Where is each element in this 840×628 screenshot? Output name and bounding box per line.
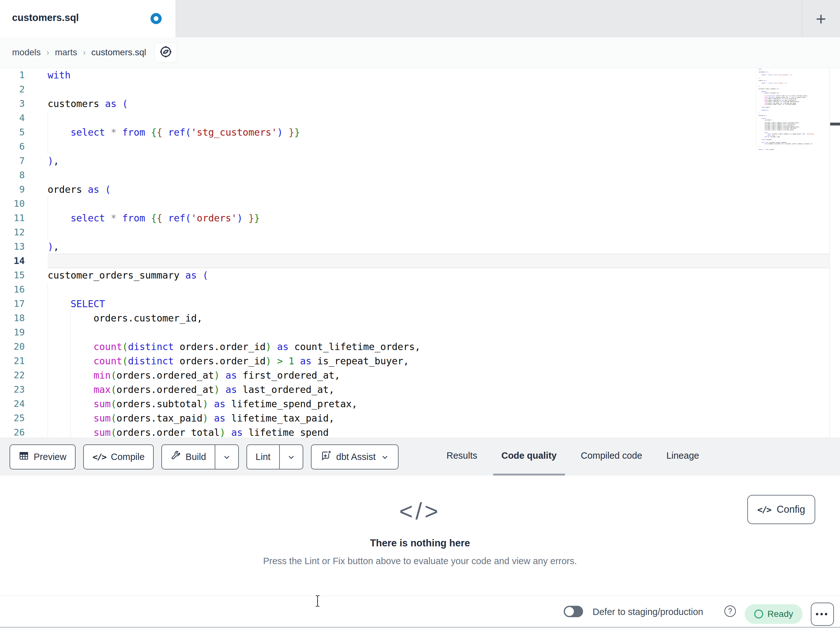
preview-button[interactable]: Preview bbox=[9, 445, 76, 470]
code-line[interactable]: 14 bbox=[0, 254, 829, 268]
code-line[interactable]: 2 bbox=[0, 82, 829, 96]
ready-status-badge[interactable]: Ready bbox=[745, 604, 802, 624]
more-options-button[interactable]: ••• bbox=[811, 603, 834, 626]
code-line[interactable]: 15customer_orders_summary as ( bbox=[0, 268, 829, 282]
tab-title: customers.sql bbox=[12, 12, 79, 24]
breadcrumb-separator-icon: › bbox=[83, 47, 86, 57]
code-line[interactable]: 3customers as ( bbox=[0, 96, 829, 111]
panel-tab-results[interactable]: Results bbox=[438, 438, 486, 476]
line-number: 23 bbox=[0, 383, 33, 397]
panel-tab-code-quality[interactable]: Code quality bbox=[493, 438, 565, 476]
line-number: 9 bbox=[0, 182, 33, 197]
tab-customers-sql[interactable]: customers.sql bbox=[0, 0, 176, 37]
line-number: 11 bbox=[0, 211, 33, 225]
breadcrumb-file: customers.sql bbox=[92, 47, 147, 57]
results-panel: </> There is nothing here Press the Lint… bbox=[0, 476, 840, 596]
ellipsis-icon: ••• bbox=[816, 609, 829, 619]
breadcrumb-separator-icon: › bbox=[46, 47, 49, 57]
defer-toggle[interactable] bbox=[564, 606, 583, 617]
code-line[interactable]: 12 bbox=[0, 225, 829, 239]
chevron-down-icon bbox=[287, 452, 296, 462]
config-button[interactable]: </> Config bbox=[747, 495, 815, 524]
code-line[interactable]: 4 bbox=[0, 111, 829, 125]
code-line[interactable]: 24 sum(orders.subtotal) as lifetime_spen… bbox=[0, 397, 829, 411]
code-line[interactable]: 9orders as ( bbox=[0, 182, 829, 197]
code-editor[interactable]: 1with23customers as (45 select * from {{… bbox=[0, 68, 829, 438]
lint-label: Lint bbox=[256, 452, 271, 462]
chevron-down-icon bbox=[381, 452, 389, 462]
line-number: 17 bbox=[0, 297, 33, 311]
code-line[interactable]: 25 sum(orders.tax_paid) as lifetime_tax_… bbox=[0, 411, 829, 426]
editor-toolbar: Preview </> Compile Build bbox=[9, 445, 399, 470]
dbt-assist-button[interactable]: dbt Assist bbox=[311, 445, 399, 470]
line-number: 10 bbox=[0, 197, 33, 211]
lint-dropdown-button[interactable] bbox=[279, 445, 303, 469]
line-number: 3 bbox=[0, 96, 33, 111]
breadcrumb-models: models bbox=[12, 47, 41, 57]
line-number: 1 bbox=[0, 68, 33, 82]
build-dropdown-button[interactable] bbox=[215, 445, 238, 469]
editor-scrollbar-thumb[interactable] bbox=[830, 123, 840, 125]
wrench-icon bbox=[171, 451, 181, 463]
code-line[interactable]: 19 bbox=[0, 325, 829, 340]
empty-state-title: There is nothing here bbox=[0, 538, 840, 549]
preview-label: Preview bbox=[34, 452, 66, 462]
line-number: 20 bbox=[0, 340, 33, 354]
line-number: 15 bbox=[0, 268, 33, 282]
ready-label: Ready bbox=[767, 609, 793, 619]
dbt-assist-label: dbt Assist bbox=[336, 452, 376, 462]
line-number: 18 bbox=[0, 311, 33, 325]
code-line[interactable]: 8 bbox=[0, 168, 829, 182]
code-line[interactable]: 10 bbox=[0, 197, 829, 211]
chevron-down-icon bbox=[222, 452, 231, 462]
new-tab-button[interactable]: + bbox=[809, 7, 833, 30]
code-line[interactable]: 5 select * from {{ ref('stg_customers') … bbox=[0, 125, 829, 139]
unsaved-indicator-dot bbox=[150, 13, 162, 24]
code-line[interactable]: 21 count(distinct orders.order_id) > 1 a… bbox=[0, 354, 829, 368]
line-number: 2 bbox=[0, 82, 33, 96]
panel-tab-bar: ResultsCode qualityCompiled codeLineage bbox=[438, 438, 707, 476]
code-brackets-icon: </> bbox=[758, 505, 771, 515]
code-line[interactable]: 11 select * from {{ ref('orders') }} bbox=[0, 211, 829, 225]
code-line[interactable]: 22 min(orders.ordered_at) as first_order… bbox=[0, 368, 829, 383]
breadcrumb: models › marts › customers.sql bbox=[12, 37, 146, 68]
code-line[interactable]: 18 orders.customer_id, bbox=[0, 311, 829, 325]
build-label: Build bbox=[185, 452, 206, 462]
breadcrumb-marts: marts bbox=[55, 47, 77, 57]
code-line[interactable]: 1with bbox=[0, 68, 829, 82]
editor-scrollbar-track[interactable] bbox=[829, 68, 840, 438]
panel-tab-lineage[interactable]: Lineage bbox=[658, 438, 707, 476]
panel-tab-compiled-code[interactable]: Compiled code bbox=[573, 438, 651, 476]
code-line[interactable]: 26 sum(orders.order_total) as lifetime_s… bbox=[0, 426, 829, 438]
line-number: 4 bbox=[0, 111, 33, 125]
lint-button[interactable]: Lint bbox=[246, 445, 303, 470]
config-label: Config bbox=[777, 504, 805, 515]
build-button[interactable]: Build bbox=[161, 445, 239, 470]
text-cursor-pointer bbox=[314, 594, 321, 609]
empty-state: </> There is nothing here Press the Lint… bbox=[0, 476, 840, 566]
code-line[interactable]: 20 count(distinct orders.order_id) as co… bbox=[0, 340, 829, 354]
status-bar: Defer to staging/production ? Ready ••• bbox=[0, 596, 840, 628]
breadcrumb-row: models › marts › customers.sql Save bbox=[0, 37, 840, 68]
code-line[interactable]: 17 SELECT bbox=[0, 297, 829, 311]
empty-state-subtitle: Press the Lint or Fix button above to ev… bbox=[0, 556, 840, 566]
code-line[interactable]: 13), bbox=[0, 239, 829, 254]
defer-label: Defer to staging/production bbox=[593, 607, 703, 617]
lineage-compass-button[interactable] bbox=[154, 42, 177, 63]
help-icon[interactable]: ? bbox=[725, 606, 736, 617]
code-line[interactable]: 7), bbox=[0, 154, 829, 168]
compile-button[interactable]: </> Compile bbox=[83, 445, 154, 470]
code-line[interactable]: 6 bbox=[0, 139, 829, 154]
bottom-panel-strip: Preview </> Compile Build bbox=[0, 438, 840, 476]
plus-icon: + bbox=[816, 9, 826, 29]
line-number: 8 bbox=[0, 168, 33, 182]
line-number: 25 bbox=[0, 411, 33, 426]
line-number: 6 bbox=[0, 139, 33, 154]
line-number: 13 bbox=[0, 239, 33, 254]
line-number: 5 bbox=[0, 125, 33, 139]
tab-bar: customers.sql + bbox=[0, 0, 840, 37]
code-line[interactable]: 23 max(orders.ordered_at) as last_ordere… bbox=[0, 383, 829, 397]
code-line[interactable]: 16 bbox=[0, 282, 829, 297]
status-circle-icon bbox=[754, 610, 763, 619]
code-brackets-icon: </> bbox=[92, 452, 106, 462]
